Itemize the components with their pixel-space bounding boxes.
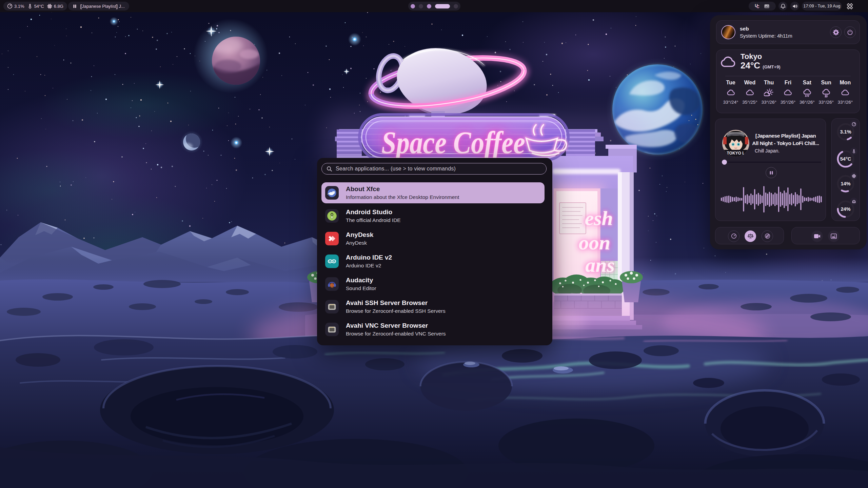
- svg-text:oon: oon: [579, 231, 610, 254]
- svg-text:Space Coffee: Space Coffee: [381, 125, 525, 160]
- svg-text:ans: ans: [585, 254, 615, 276]
- svg-text:TOKYO L: TOKYO L: [727, 151, 745, 156]
- svg-text:esh: esh: [585, 207, 613, 229]
